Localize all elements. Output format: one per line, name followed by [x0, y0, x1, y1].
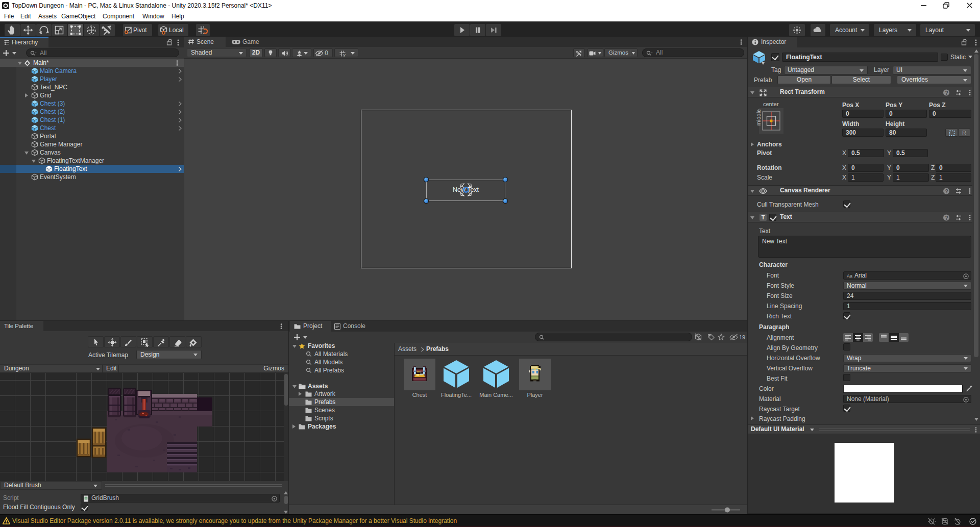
svg-text:19: 19	[739, 334, 745, 340]
svg-text:?: ?	[945, 189, 948, 194]
svg-text:?: ?	[945, 215, 948, 221]
svg-text:?: ?	[945, 90, 948, 96]
svg-text:Y: Y	[343, 53, 346, 57]
